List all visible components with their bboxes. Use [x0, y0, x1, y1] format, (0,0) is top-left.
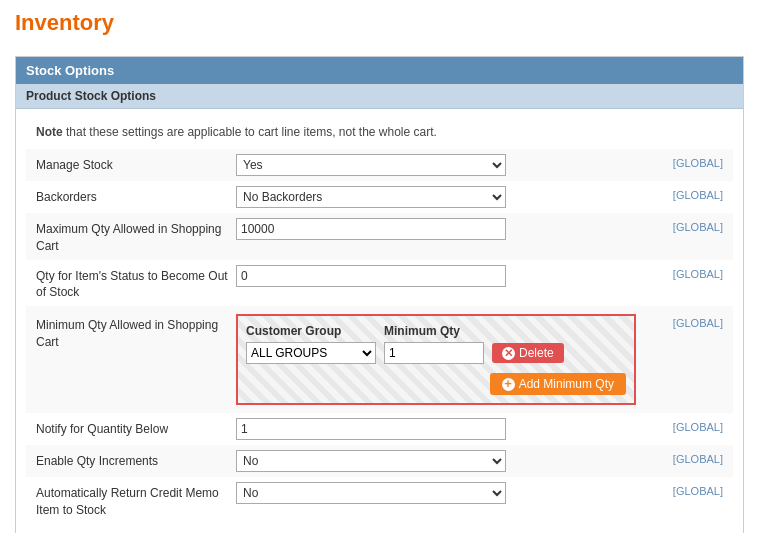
sub-section-header: Product Stock Options [16, 84, 743, 109]
select-manage-stock[interactable]: Yes No [236, 154, 506, 176]
min-qty-table-header: Customer Group Minimum Qty [246, 324, 626, 338]
input-minimum-qty[interactable] [384, 342, 484, 364]
label-max-qty: Maximum Qty Allowed in Shopping Cart [36, 218, 236, 255]
delete-button[interactable]: ✕ Delete [492, 343, 564, 363]
page-title: Inventory [15, 10, 744, 42]
label-manage-stock: Manage Stock [36, 154, 236, 174]
form-row-max-qty: Maximum Qty Allowed in Shopping Cart [GL… [26, 213, 733, 260]
select-qty-increments[interactable]: No Yes [236, 450, 506, 472]
control-auto-return: No Yes [236, 482, 653, 504]
note-row: Note that these settings are applicable … [26, 119, 733, 149]
global-auto-return: [GLOBAL] [653, 482, 723, 497]
control-manage-stock: Yes No [236, 154, 653, 176]
global-manage-stock: [GLOBAL] [653, 154, 723, 169]
select-auto-return[interactable]: No Yes [236, 482, 506, 504]
label-backorders: Backorders [36, 186, 236, 206]
global-notify-qty: [GLOBAL] [653, 418, 723, 433]
min-qty-container: Customer Group Minimum Qty ALL GROUPS NO… [236, 314, 636, 405]
add-icon: + [502, 378, 515, 391]
form-row-backorders: Backorders No Backorders Allow Qty Below… [26, 181, 733, 213]
control-backorders: No Backorders Allow Qty Below 0 Allow Qt… [236, 186, 653, 208]
global-qty-out-of-stock: [GLOBAL] [653, 265, 723, 280]
global-backorders: [GLOBAL] [653, 186, 723, 201]
global-qty-increments: [GLOBAL] [653, 450, 723, 465]
page-wrapper: Inventory Stock Options Product Stock Op… [0, 0, 759, 533]
note-text: that these settings are applicable to ca… [63, 125, 437, 139]
delete-label: Delete [519, 346, 554, 360]
stock-options-section: Stock Options Product Stock Options Note… [15, 56, 744, 533]
control-qty-out-of-stock [236, 265, 653, 287]
label-auto-return: Automatically Return Credit Memo Item to… [36, 482, 236, 519]
section-header: Stock Options [16, 57, 743, 84]
form-row-min-qty: Minimum Qty Allowed in Shopping Cart Cus… [26, 306, 733, 413]
input-notify-qty[interactable] [236, 418, 506, 440]
global-max-qty: [GLOBAL] [653, 218, 723, 233]
form-row-auto-return: Automatically Return Credit Memo Item to… [26, 477, 733, 524]
form-row-manage-stock: Manage Stock Yes No [GLOBAL] [26, 149, 733, 181]
col-qty-header: Minimum Qty [384, 324, 484, 338]
control-notify-qty [236, 418, 653, 440]
form-body: Note that these settings are applicable … [16, 109, 743, 533]
select-customer-group[interactable]: ALL GROUPS NOT LOGGED IN General Wholesa… [246, 342, 376, 364]
global-min-qty: [GLOBAL] [653, 314, 723, 329]
form-row-notify-qty: Notify for Quantity Below [GLOBAL] [26, 413, 733, 445]
delete-icon: ✕ [502, 347, 515, 360]
note-bold: Note [36, 125, 63, 139]
input-max-qty[interactable] [236, 218, 506, 240]
input-qty-out-of-stock[interactable] [236, 265, 506, 287]
form-row-qty-increments: Enable Qty Increments No Yes [GLOBAL] [26, 445, 733, 477]
min-qty-add-row: + Add Minimum Qty [246, 369, 626, 395]
col-group-header: Customer Group [246, 324, 376, 338]
min-qty-row-1: ALL GROUPS NOT LOGGED IN General Wholesa… [246, 342, 626, 364]
label-notify-qty: Notify for Quantity Below [36, 418, 236, 438]
control-max-qty [236, 218, 653, 240]
control-qty-increments: No Yes [236, 450, 653, 472]
label-qty-increments: Enable Qty Increments [36, 450, 236, 470]
add-label: Add Minimum Qty [519, 377, 614, 391]
label-min-qty: Minimum Qty Allowed in Shopping Cart [36, 314, 236, 351]
select-backorders[interactable]: No Backorders Allow Qty Below 0 Allow Qt… [236, 186, 506, 208]
add-minimum-qty-button[interactable]: + Add Minimum Qty [490, 373, 626, 395]
form-row-qty-out-of-stock: Qty for Item's Status to Become Out of S… [26, 260, 733, 307]
label-qty-out-of-stock: Qty for Item's Status to Become Out of S… [36, 265, 236, 302]
control-min-qty: Customer Group Minimum Qty ALL GROUPS NO… [236, 314, 653, 405]
